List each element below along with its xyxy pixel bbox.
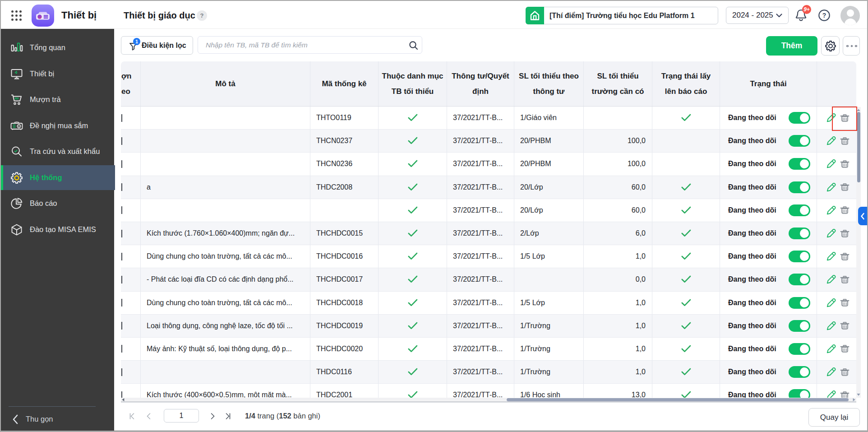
svg-text:?: ?: [822, 12, 826, 19]
